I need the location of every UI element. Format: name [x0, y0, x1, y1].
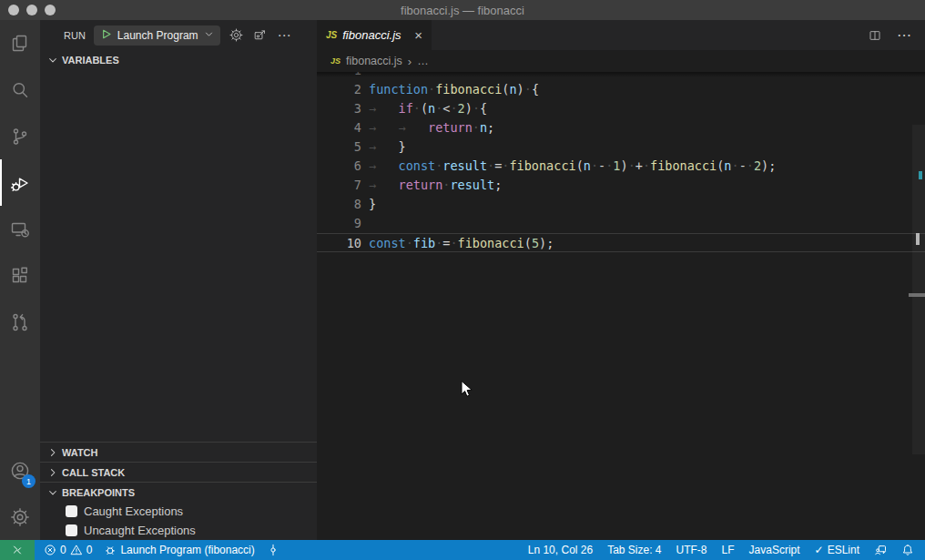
gear-icon[interactable]	[229, 27, 244, 43]
activity-bar-item-settings-gear[interactable]	[0, 494, 40, 540]
debug-status[interactable]: Launch Program (fibonacci)	[104, 544, 254, 556]
line-number[interactable]: 4	[317, 118, 361, 137]
tab-fibonacci-js[interactable]: JS fibonacci.js ×	[317, 20, 432, 50]
activity-bar-item-run-debug[interactable]	[0, 159, 40, 206]
code-text	[361, 72, 369, 80]
code-line-3[interactable]: 3→if·(n·<·2)·{	[317, 99, 925, 118]
line-number[interactable]: 6	[317, 157, 361, 176]
code-text: const·fib·=·fibonacci(5);	[361, 234, 554, 251]
breakpoints-section-header[interactable]: BREAKPOINTS	[40, 482, 317, 502]
maximize-window-button[interactable]	[45, 5, 56, 15]
eol[interactable]: LF	[722, 544, 735, 556]
activity-bar-item-pull-request[interactable]	[0, 299, 40, 345]
watch-section-header[interactable]: WATCH	[40, 442, 317, 462]
chevron-right-icon	[47, 467, 58, 478]
code-text: →→return·n;	[361, 118, 494, 137]
editor-more-actions-icon[interactable]: ⋯	[897, 26, 912, 44]
chevron-down-icon	[47, 55, 58, 66]
variables-section-header[interactable]: VARIABLES	[40, 50, 317, 70]
uncaught-exceptions-label: Uncaught Exceptions	[84, 524, 196, 537]
encoding[interactable]: UTF-8	[676, 544, 707, 556]
line-number[interactable]: 10	[317, 234, 361, 251]
code-text: }	[361, 195, 376, 214]
chevron-down-icon	[204, 28, 214, 42]
debug-bug-icon	[104, 544, 117, 556]
split-editor-icon[interactable]	[868, 28, 882, 43]
chevron-right-icon	[47, 447, 58, 458]
code-line-5[interactable]: 5→}	[317, 137, 925, 157]
call-stack-section-header[interactable]: CALL STACK	[40, 462, 317, 482]
warning-icon	[70, 544, 83, 556]
pull-request-icon	[9, 311, 31, 333]
overview-ruler-cursor-mark	[909, 293, 925, 297]
code-line-2[interactable]: 2function·fibonacci(n)·{	[317, 80, 925, 99]
code-line-1[interactable]: 1	[317, 72, 925, 80]
line-number[interactable]: 3	[317, 99, 361, 118]
feedback-status[interactable]	[874, 544, 887, 556]
explorer-icon	[9, 33, 31, 55]
tab-label: fibonacci.js	[342, 28, 409, 42]
launch-configuration-dropdown[interactable]: Launch Program	[94, 25, 220, 46]
close-window-button[interactable]	[8, 5, 19, 15]
line-number[interactable]: 2	[317, 80, 361, 99]
activity-bar-item-search[interactable]	[0, 66, 40, 113]
minimize-window-button[interactable]	[26, 5, 37, 15]
activity-bar-item-source-control[interactable]	[0, 113, 40, 159]
problems-status[interactable]: 0 0	[44, 544, 92, 556]
overview-ruler-mark	[916, 233, 920, 245]
javascript-file-icon: JS	[330, 56, 341, 66]
breadcrumb-more[interactable]: …	[417, 55, 429, 67]
run-debug-sidebar: RUN Launch Program ⋯ VARIABLES WATCH	[40, 20, 317, 540]
code-line-6[interactable]: 6→const·result·=·fibonacci(n·-·1)·+·fibo…	[317, 157, 925, 176]
commit-status[interactable]	[267, 544, 280, 556]
line-number[interactable]: 7	[317, 176, 361, 195]
activity-bar-item-extensions[interactable]	[0, 252, 40, 299]
activity-bar-item-account[interactable]: 1	[0, 447, 40, 494]
tab-bar: JS fibonacci.js × ⋯	[317, 20, 925, 50]
code-line-10[interactable]: 10const·fib·=·fibonacci(5);	[317, 233, 925, 252]
error-count: 0	[60, 544, 66, 556]
debug-console-icon[interactable]	[252, 27, 268, 43]
activity-bar-item-remote-explorer[interactable]	[0, 206, 40, 252]
line-number[interactable]: 8	[317, 195, 361, 214]
notifications-status[interactable]	[901, 544, 914, 556]
tab-size[interactable]: Tab Size: 4	[607, 544, 661, 556]
breadcrumb[interactable]: JS fibonacci.js › …	[317, 50, 925, 72]
cursor-position[interactable]: Ln 10, Col 26	[528, 544, 593, 556]
status-bar: 0 0 Launch Program (fibonacci) Ln 10, Co…	[0, 540, 925, 560]
code-line-9[interactable]: 9	[317, 214, 925, 233]
caught-exceptions-row[interactable]: Caught Exceptions	[40, 502, 317, 521]
language-mode[interactable]: JavaScript	[749, 544, 800, 556]
code-text: →const·result·=·fibonacci(n·-·1)·+·fibon…	[361, 157, 776, 176]
line-number[interactable]: 9	[317, 214, 361, 233]
line-number[interactable]: 5	[317, 137, 361, 157]
remote-explorer-icon	[9, 219, 31, 240]
code-line-4[interactable]: 4→→return·n;	[317, 118, 925, 137]
activity-bar-item-explorer[interactable]	[0, 20, 40, 66]
activity-bar-spacer	[0, 345, 40, 447]
breadcrumb-file[interactable]: fibonacci.js	[346, 55, 402, 67]
start-debug-icon[interactable]	[100, 28, 112, 43]
caught-exceptions-checkbox[interactable]	[66, 505, 77, 517]
editor-group: JS fibonacci.js × ⋯ JS fibonacci.js › … …	[317, 20, 925, 540]
uncaught-exceptions-checkbox[interactable]	[66, 524, 77, 536]
run-label: RUN	[64, 30, 86, 41]
eslint-status[interactable]: ✓ ESLint	[815, 544, 859, 556]
title-bar: fibonacci.js — fibonacci	[0, 0, 925, 20]
search-icon	[9, 79, 31, 101]
code-line-7[interactable]: 7→return·result;	[317, 176, 925, 195]
uncaught-exceptions-row[interactable]: Uncaught Exceptions	[40, 521, 317, 540]
code-text: →if·(n·<·2)·{	[361, 99, 487, 118]
line-number[interactable]: 1	[317, 72, 361, 80]
vscode-window: fibonacci.js — fibonacci 1 RUN Launch Pr…	[0, 0, 925, 560]
code-text: function·fibonacci(n)·{	[361, 80, 539, 99]
breakpoints-section-label: BREAKPOINTS	[62, 487, 135, 498]
caught-exceptions-label: Caught Exceptions	[84, 504, 183, 518]
run-debug-icon	[9, 172, 31, 194]
code-editor[interactable]: 12function·fibonacci(n)·{3→if·(n·<·2)·{4…	[317, 72, 925, 540]
remote-indicator[interactable]	[0, 540, 35, 560]
close-tab-icon[interactable]: ×	[414, 28, 422, 42]
more-actions-icon[interactable]: ⋯	[276, 27, 292, 44]
feedback-icon	[874, 544, 887, 556]
code-line-8[interactable]: 8}	[317, 195, 925, 214]
